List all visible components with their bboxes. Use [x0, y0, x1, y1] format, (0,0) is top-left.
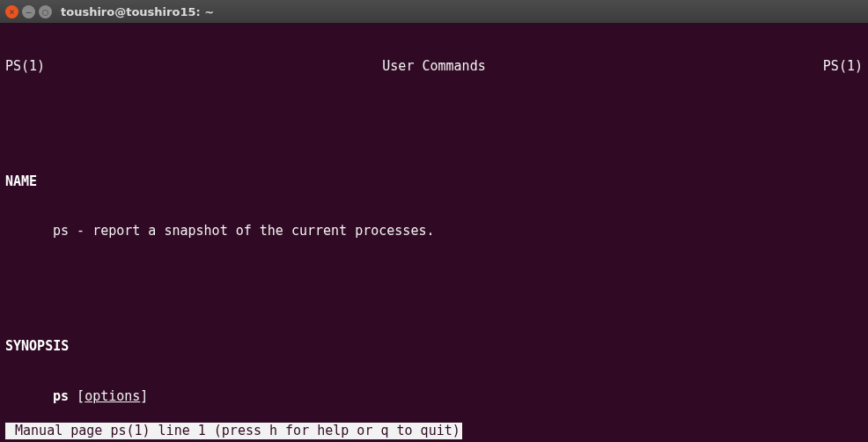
- section-heading-synopsis: SYNOPSIS: [5, 338, 863, 355]
- pager-status-line: Manual page ps(1) line 1 (press h for he…: [5, 423, 462, 439]
- synopsis-line: ps [options]: [5, 388, 863, 405]
- header-center: User Commands: [382, 58, 485, 75]
- blank-line: [5, 107, 863, 124]
- maximize-icon[interactable]: ▢: [39, 5, 52, 18]
- synopsis-close: ]: [140, 388, 148, 404]
- blank-line: [5, 272, 863, 289]
- header-left: PS(1): [5, 58, 45, 75]
- close-icon[interactable]: ×: [5, 5, 18, 18]
- section-heading-name: NAME: [5, 173, 863, 190]
- synopsis-open: [: [69, 388, 85, 404]
- name-text: ps - report a snapshot of the current pr…: [5, 223, 863, 239]
- minimize-icon[interactable]: ‒: [22, 5, 35, 18]
- header-right: PS(1): [823, 58, 863, 75]
- terminal-viewport[interactable]: PS(1) User Commands PS(1) NAME ps - repo…: [0, 23, 868, 442]
- window-title: toushiro@toushiro15: ~: [61, 5, 214, 18]
- synopsis-cmd: ps: [53, 388, 69, 404]
- synopsis-options: options: [85, 388, 140, 404]
- window-titlebar: × ‒ ▢ toushiro@toushiro15: ~: [0, 0, 868, 23]
- manpage-header: PS(1) User Commands PS(1): [5, 58, 863, 75]
